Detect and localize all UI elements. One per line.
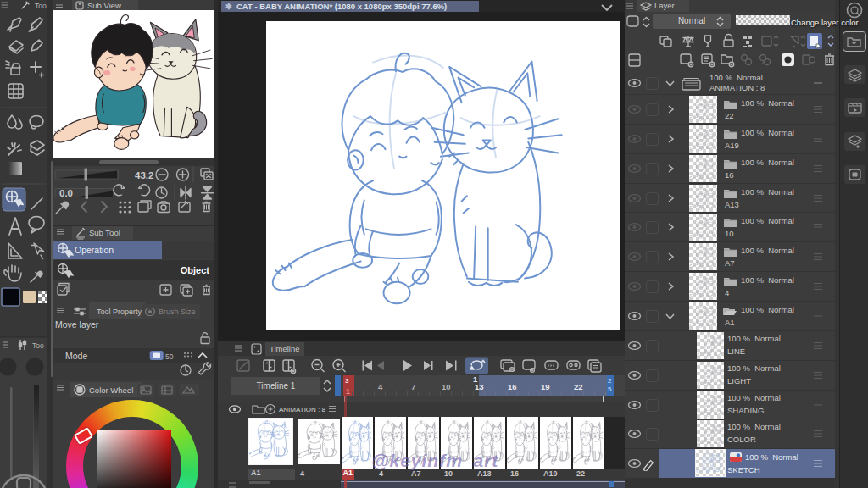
svg-text:22: 22 (574, 382, 583, 391)
svg-text:10: 10 (442, 382, 451, 391)
svg-text:0.0: 0.0 (59, 188, 73, 198)
svg-text:7: 7 (411, 382, 415, 391)
svg-text:Sub Tool: Sub Tool (89, 228, 120, 237)
svg-text:5: 5 (608, 385, 612, 393)
svg-text:Mode: Mode (65, 351, 87, 361)
svg-text:19: 19 (541, 382, 550, 391)
svg-text:4: 4 (378, 382, 383, 391)
svg-text:50: 50 (165, 352, 174, 361)
svg-text:43.2: 43.2 (135, 170, 153, 180)
svg-text:1: 1 (346, 387, 350, 396)
svg-text:Operation: Operation (75, 245, 114, 255)
svg-text:Too: Too (35, 2, 47, 10)
svg-text:Tool Property: Tool Property (97, 308, 142, 316)
svg-text:Too: Too (32, 341, 44, 350)
svg-text:3: 3 (345, 377, 349, 385)
svg-text:1: 1 (473, 375, 478, 384)
svg-text:2: 2 (608, 377, 612, 385)
svg-text:16: 16 (508, 382, 517, 391)
svg-text:Move layer: Move layer (55, 319, 99, 330)
svg-text:Brush Size: Brush Size (159, 308, 196, 316)
svg-text:Object: Object (181, 265, 210, 275)
